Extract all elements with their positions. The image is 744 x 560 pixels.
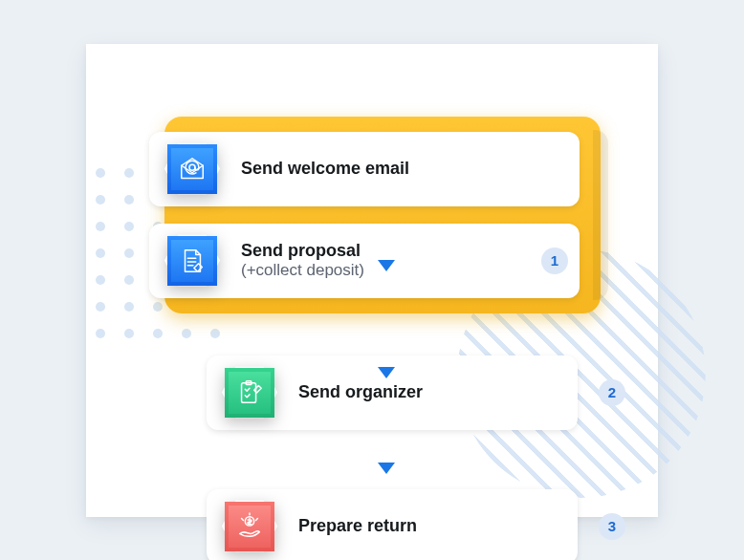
- svg-point-0: [189, 164, 195, 170]
- highlighted-group: Send welcome email Send proposal (+colle…: [164, 117, 601, 313]
- step-title: Prepare return: [298, 516, 417, 537]
- step-label: Send proposal (+collect deposit): [241, 241, 364, 281]
- checklist-icon: [222, 365, 277, 420]
- step-title: Send welcome email: [241, 159, 409, 180]
- remaining-steps: Send organizer 2 Prepare return 3: [207, 355, 578, 561]
- flow-arrow-icon: [378, 463, 395, 474]
- step-number-badge: 1: [541, 248, 568, 274]
- email-at-icon: [164, 141, 220, 197]
- step-send-proposal[interactable]: Send proposal (+collect deposit) 1: [149, 224, 580, 298]
- step-label: Send welcome email: [241, 159, 409, 180]
- step-title: Send proposal: [241, 241, 364, 262]
- document-sign-icon: [164, 233, 220, 289]
- step-subtitle: (+collect deposit): [241, 261, 364, 280]
- workflow-card: Send welcome email Send proposal (+colle…: [86, 44, 658, 517]
- step-title: Send organizer: [298, 382, 423, 403]
- step-label: Prepare return: [298, 516, 417, 537]
- step-prepare-return[interactable]: Prepare return 3: [207, 489, 578, 561]
- step-send-welcome-email[interactable]: Send welcome email: [149, 132, 580, 206]
- flow-arrow-icon: [378, 260, 395, 271]
- svg-rect-1: [242, 382, 256, 402]
- money-hand-icon: [222, 499, 277, 554]
- flow-arrow-icon: [378, 367, 395, 378]
- step-label: Send organizer: [298, 382, 423, 403]
- workflow-flow: Send welcome email Send proposal (+colle…: [201, 117, 601, 561]
- step-number-badge: 3: [599, 513, 625, 540]
- step-number-badge: 2: [599, 379, 625, 406]
